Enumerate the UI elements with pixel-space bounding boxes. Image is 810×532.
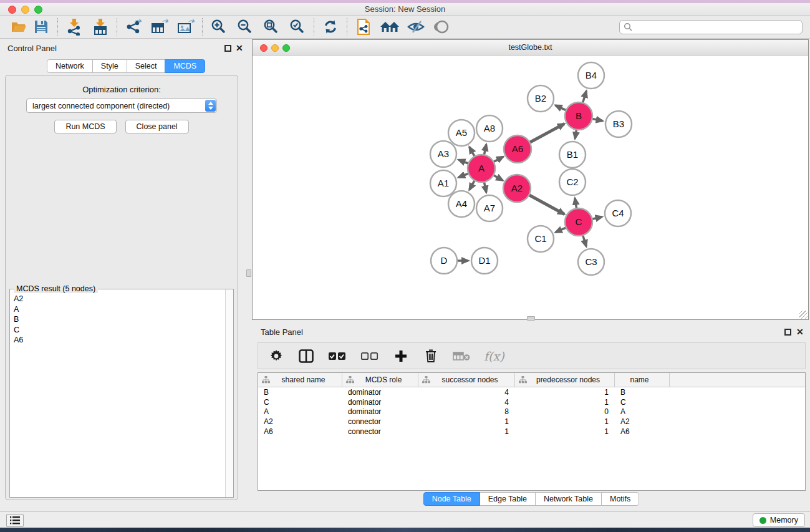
column-header-predecessor-nodes[interactable]: predecessor nodes [515,373,615,387]
edge-A6-B[interactable] [529,123,564,142]
column-header-successor-nodes[interactable]: successor nodes [418,373,515,387]
table-row[interactable]: A6connector11A6 [258,427,805,437]
edge-C-C3[interactable] [583,235,587,246]
select-all-icon[interactable] [328,347,347,365]
close-panel-button[interactable]: Close panel [125,120,189,133]
node-A[interactable]: A [468,155,495,182]
mcds-result-list[interactable]: A2ABCA6 [10,289,225,497]
search-input[interactable] [633,22,798,31]
function-builder-icon[interactable]: f(x) [484,347,504,365]
node-A1[interactable]: A1 [430,170,456,196]
export-table-icon[interactable] [148,17,171,36]
tab-select[interactable]: Select [127,59,166,73]
edge-A-A6[interactable] [493,157,503,162]
node-B[interactable]: B [565,102,592,130]
edge-B-B4[interactable] [582,91,586,103]
table-row[interactable]: Bdominator41B [258,387,805,397]
import-table-icon[interactable] [89,17,112,36]
control-panel-close-icon[interactable]: ✕ [236,44,243,52]
node-D1[interactable]: D1 [471,248,498,274]
task-history-button[interactable] [6,514,24,527]
resize-grip-icon[interactable] [799,311,808,319]
zoom-fit-icon[interactable] [260,17,282,36]
network-window-titlebar[interactable]: testGlobe.txt [253,40,808,56]
maximize-window-button[interactable] [34,6,42,14]
export-network-icon[interactable] [122,17,145,36]
node-B3[interactable]: B3 [605,111,632,137]
node-B4[interactable]: B4 [578,62,604,89]
table-row[interactable]: A2connector11A2 [258,417,805,427]
edge-B-B3[interactable] [592,118,603,120]
column-header-shared-name[interactable]: shared name [258,373,342,387]
add-icon[interactable] [393,347,409,365]
split-divider-handle[interactable] [246,269,251,277]
table-row[interactable]: Cdominator41C [258,397,805,407]
columns-icon[interactable] [298,347,314,365]
node-C3[interactable]: C3 [578,249,604,275]
table-panel-float-icon[interactable] [784,329,791,336]
edge-B-B1[interactable] [575,130,576,139]
tab-mcds[interactable]: MCDS [165,59,205,73]
zoom-out-icon[interactable] [234,17,256,36]
network-canvas[interactable]: B4B2BB3A8A5A6A3B1AC2A1A2A4A7C4CC1DD1C3 [253,56,808,319]
column-header-MCDS-role[interactable]: MCDS role [342,373,418,387]
run-mcds-button[interactable]: Run MCDS [54,120,116,133]
node-D[interactable]: D [431,248,457,274]
refresh-icon[interactable] [319,17,342,36]
node-A3[interactable]: A3 [430,141,456,167]
edge-A-A1[interactable] [458,173,468,177]
save-session-icon[interactable] [30,17,52,36]
zoom-in-icon[interactable] [208,17,230,36]
node-A8[interactable]: A8 [476,115,503,142]
result-item[interactable]: A [14,304,225,315]
result-item[interactable]: A2 [14,294,225,304]
node-B2[interactable]: B2 [528,85,554,112]
tab-network-table[interactable]: Network Table [535,492,602,506]
tab-motifs[interactable]: Motifs [601,492,639,506]
network-minimize-button[interactable] [271,44,279,52]
eye-icon[interactable] [431,17,453,36]
control-panel-float-icon[interactable] [224,45,231,52]
mcds-result-scrollbar[interactable] [225,289,233,497]
node-C2[interactable]: C2 [559,169,586,195]
tab-edge-table[interactable]: Edge Table [480,492,536,506]
export-image-icon[interactable] [175,17,197,36]
split-divider-handle[interactable] [527,316,535,321]
tab-node-table[interactable]: Node Table [423,492,480,506]
edge-A-A3[interactable] [458,160,468,163]
node-A4[interactable]: A4 [448,191,475,217]
criterion-dropdown[interactable]: largest connected component (directed) [26,99,217,113]
node-C[interactable]: C [565,208,592,236]
node-A7[interactable]: A7 [476,195,503,221]
edge-B-B2[interactable] [556,105,566,110]
edge-A-A5[interactable] [470,147,475,157]
edge-C-C4[interactable] [592,217,602,220]
network-maximize-button[interactable] [282,44,290,52]
new-network-from-file-icon[interactable] [352,17,375,36]
deselect-all-icon[interactable] [360,347,379,365]
network-close-button[interactable] [260,44,268,52]
edge-A-A2[interactable] [493,175,503,181]
hide-panels-icon[interactable] [405,17,427,36]
close-window-button[interactable] [8,6,16,14]
edge-A-A4[interactable] [470,180,475,190]
result-item[interactable]: B [14,314,225,325]
edge-A-A8[interactable] [484,144,486,155]
tab-style[interactable]: Style [92,59,127,73]
node-C1[interactable]: C1 [528,226,554,252]
result-item[interactable]: C [14,325,225,336]
home-icon[interactable] [378,17,401,36]
edge-C-C2[interactable] [575,198,577,209]
gear-icon[interactable] [268,347,284,365]
delete-icon[interactable] [423,347,439,365]
node-A6[interactable]: A6 [504,135,531,163]
minimize-window-button[interactable] [21,6,29,14]
node-A2[interactable]: A2 [503,175,531,202]
node-C4[interactable]: C4 [605,200,631,226]
memory-button[interactable]: Memory [753,513,805,527]
zoom-selected-icon[interactable] [286,17,309,36]
node-B1[interactable]: B1 [559,142,586,168]
search-field[interactable] [619,20,803,34]
column-header-name[interactable]: name [615,373,670,387]
import-network-icon[interactable] [63,17,85,36]
